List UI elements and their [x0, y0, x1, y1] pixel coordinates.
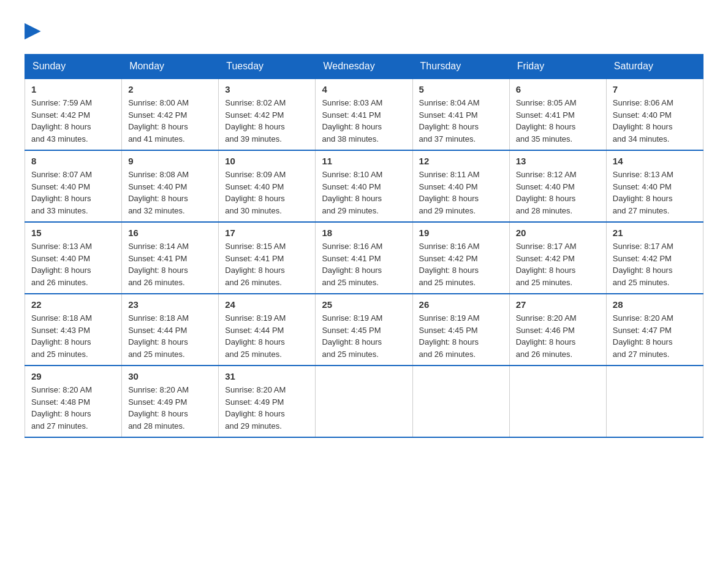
- calendar-cell: 5 Sunrise: 8:04 AM Sunset: 4:41 PM Dayli…: [412, 79, 509, 150]
- day-info: Sunrise: 8:19 AM Sunset: 4:45 PM Dayligh…: [322, 312, 406, 360]
- header-saturday: Saturday: [606, 55, 703, 79]
- day-number: 4: [322, 84, 406, 94]
- day-number: 27: [516, 299, 600, 310]
- calendar-cell: 15 Sunrise: 8:13 AM Sunset: 4:40 PM Dayl…: [25, 222, 122, 294]
- day-info: Sunrise: 8:06 AM Sunset: 4:40 PM Dayligh…: [613, 97, 697, 145]
- day-info: Sunrise: 8:17 AM Sunset: 4:42 PM Dayligh…: [516, 240, 600, 288]
- week-row-2: 8 Sunrise: 8:07 AM Sunset: 4:40 PM Dayli…: [25, 150, 703, 222]
- calendar-cell: 26 Sunrise: 8:19 AM Sunset: 4:45 PM Dayl…: [412, 294, 509, 366]
- calendar-cell: 19 Sunrise: 8:16 AM Sunset: 4:42 PM Dayl…: [412, 222, 509, 294]
- calendar-cell: 18 Sunrise: 8:16 AM Sunset: 4:41 PM Dayl…: [316, 222, 412, 294]
- calendar-cell: [606, 366, 703, 437]
- day-number: 14: [613, 156, 697, 166]
- logo-general-text: ▶: [25, 18, 40, 42]
- day-number: 24: [225, 299, 309, 310]
- calendar-cell: 12 Sunrise: 8:11 AM Sunset: 4:40 PM Dayl…: [412, 150, 509, 222]
- calendar-cell: 20 Sunrise: 8:17 AM Sunset: 4:42 PM Dayl…: [509, 222, 606, 294]
- calendar-cell: 31 Sunrise: 8:20 AM Sunset: 4:49 PM Dayl…: [219, 366, 316, 437]
- day-number: 13: [516, 156, 600, 166]
- day-number: 25: [322, 299, 406, 310]
- day-info: Sunrise: 8:18 AM Sunset: 4:44 PM Dayligh…: [128, 312, 212, 360]
- calendar-cell: 14 Sunrise: 8:13 AM Sunset: 4:40 PM Dayl…: [606, 150, 703, 222]
- day-number: 23: [128, 299, 212, 310]
- calendar-cell: 30 Sunrise: 8:20 AM Sunset: 4:49 PM Dayl…: [122, 366, 219, 437]
- day-info: Sunrise: 8:20 AM Sunset: 4:47 PM Dayligh…: [613, 312, 697, 360]
- day-number: 6: [516, 84, 600, 94]
- calendar-cell: [509, 366, 606, 437]
- day-info: Sunrise: 8:03 AM Sunset: 4:41 PM Dayligh…: [322, 97, 406, 145]
- day-info: Sunrise: 8:11 AM Sunset: 4:40 PM Dayligh…: [419, 169, 503, 216]
- day-number: 31: [225, 371, 309, 381]
- day-number: 20: [516, 228, 600, 238]
- day-info: Sunrise: 8:08 AM Sunset: 4:40 PM Dayligh…: [128, 169, 212, 216]
- calendar-cell: 8 Sunrise: 8:07 AM Sunset: 4:40 PM Dayli…: [25, 150, 122, 222]
- day-info: Sunrise: 8:18 AM Sunset: 4:43 PM Dayligh…: [31, 312, 115, 360]
- calendar-cell: 23 Sunrise: 8:18 AM Sunset: 4:44 PM Dayl…: [122, 294, 219, 366]
- calendar-cell: 6 Sunrise: 8:05 AM Sunset: 4:41 PM Dayli…: [509, 79, 606, 150]
- day-number: 29: [31, 371, 115, 381]
- calendar-cell: 29 Sunrise: 8:20 AM Sunset: 4:48 PM Dayl…: [25, 366, 122, 437]
- day-number: 15: [31, 228, 115, 238]
- calendar-cell: 13 Sunrise: 8:12 AM Sunset: 4:40 PM Dayl…: [509, 150, 606, 222]
- calendar-cell: 2 Sunrise: 8:00 AM Sunset: 4:42 PM Dayli…: [122, 79, 219, 150]
- day-number: 12: [419, 156, 503, 166]
- calendar-cell: [412, 366, 509, 437]
- day-number: 7: [613, 84, 697, 94]
- calendar-cell: 1 Sunrise: 7:59 AM Sunset: 4:42 PM Dayli…: [25, 79, 122, 150]
- day-info: Sunrise: 8:13 AM Sunset: 4:40 PM Dayligh…: [31, 240, 115, 288]
- calendar-cell: [316, 366, 412, 437]
- day-info: Sunrise: 8:17 AM Sunset: 4:42 PM Dayligh…: [613, 240, 697, 288]
- day-number: 1: [31, 84, 115, 94]
- day-number: 19: [419, 228, 503, 238]
- calendar-cell: 21 Sunrise: 8:17 AM Sunset: 4:42 PM Dayl…: [606, 222, 703, 294]
- calendar-cell: 27 Sunrise: 8:20 AM Sunset: 4:46 PM Dayl…: [509, 294, 606, 366]
- calendar-cell: 7 Sunrise: 8:06 AM Sunset: 4:40 PM Dayli…: [606, 79, 703, 150]
- week-row-4: 22 Sunrise: 8:18 AM Sunset: 4:43 PM Dayl…: [25, 294, 703, 366]
- day-number: 28: [613, 299, 697, 310]
- day-info: Sunrise: 8:02 AM Sunset: 4:42 PM Dayligh…: [225, 97, 309, 145]
- header-thursday: Thursday: [412, 55, 509, 79]
- calendar-cell: 24 Sunrise: 8:19 AM Sunset: 4:44 PM Dayl…: [219, 294, 316, 366]
- day-info: Sunrise: 8:20 AM Sunset: 4:48 PM Dayligh…: [31, 384, 115, 432]
- day-number: 2: [128, 84, 212, 94]
- day-info: Sunrise: 8:20 AM Sunset: 4:49 PM Dayligh…: [225, 384, 309, 432]
- header-monday: Monday: [122, 55, 219, 79]
- calendar-cell: 9 Sunrise: 8:08 AM Sunset: 4:40 PM Dayli…: [122, 150, 219, 222]
- day-info: Sunrise: 8:14 AM Sunset: 4:41 PM Dayligh…: [128, 240, 212, 288]
- day-number: 10: [225, 156, 309, 166]
- header-tuesday: Tuesday: [219, 55, 316, 79]
- header-sunday: Sunday: [25, 55, 122, 79]
- day-info: Sunrise: 8:09 AM Sunset: 4:40 PM Dayligh…: [225, 169, 309, 216]
- day-info: Sunrise: 8:10 AM Sunset: 4:40 PM Dayligh…: [322, 169, 406, 216]
- calendar-cell: 4 Sunrise: 8:03 AM Sunset: 4:41 PM Dayli…: [316, 79, 412, 150]
- calendar-cell: 3 Sunrise: 8:02 AM Sunset: 4:42 PM Dayli…: [219, 79, 316, 150]
- calendar-cell: 28 Sunrise: 8:20 AM Sunset: 4:47 PM Dayl…: [606, 294, 703, 366]
- day-info: Sunrise: 8:15 AM Sunset: 4:41 PM Dayligh…: [225, 240, 309, 288]
- calendar-header-row: SundayMondayTuesdayWednesdayThursdayFrid…: [25, 55, 703, 79]
- day-number: 3: [225, 84, 309, 94]
- week-row-1: 1 Sunrise: 7:59 AM Sunset: 4:42 PM Dayli…: [25, 79, 703, 150]
- page-header: ▶: [25, 18, 703, 42]
- day-info: Sunrise: 8:16 AM Sunset: 4:42 PM Dayligh…: [419, 240, 503, 288]
- day-number: 26: [419, 299, 503, 310]
- header-wednesday: Wednesday: [316, 55, 412, 79]
- calendar-cell: 25 Sunrise: 8:19 AM Sunset: 4:45 PM Dayl…: [316, 294, 412, 366]
- day-number: 11: [322, 156, 406, 166]
- day-info: Sunrise: 8:00 AM Sunset: 4:42 PM Dayligh…: [128, 97, 212, 145]
- day-number: 5: [419, 84, 503, 94]
- day-info: Sunrise: 7:59 AM Sunset: 4:42 PM Dayligh…: [31, 97, 115, 145]
- day-number: 16: [128, 228, 212, 238]
- calendar-cell: 17 Sunrise: 8:15 AM Sunset: 4:41 PM Dayl…: [219, 222, 316, 294]
- day-info: Sunrise: 8:04 AM Sunset: 4:41 PM Dayligh…: [419, 97, 503, 145]
- day-info: Sunrise: 8:16 AM Sunset: 4:41 PM Dayligh…: [322, 240, 406, 288]
- day-info: Sunrise: 8:12 AM Sunset: 4:40 PM Dayligh…: [516, 169, 600, 216]
- day-info: Sunrise: 8:19 AM Sunset: 4:44 PM Dayligh…: [225, 312, 309, 360]
- week-row-5: 29 Sunrise: 8:20 AM Sunset: 4:48 PM Dayl…: [25, 366, 703, 437]
- calendar-cell: 10 Sunrise: 8:09 AM Sunset: 4:40 PM Dayl…: [219, 150, 316, 222]
- day-number: 17: [225, 228, 309, 238]
- logo: ▶: [25, 18, 40, 42]
- day-number: 8: [31, 156, 115, 166]
- day-number: 22: [31, 299, 115, 310]
- header-friday: Friday: [509, 55, 606, 79]
- day-info: Sunrise: 8:07 AM Sunset: 4:40 PM Dayligh…: [31, 169, 115, 216]
